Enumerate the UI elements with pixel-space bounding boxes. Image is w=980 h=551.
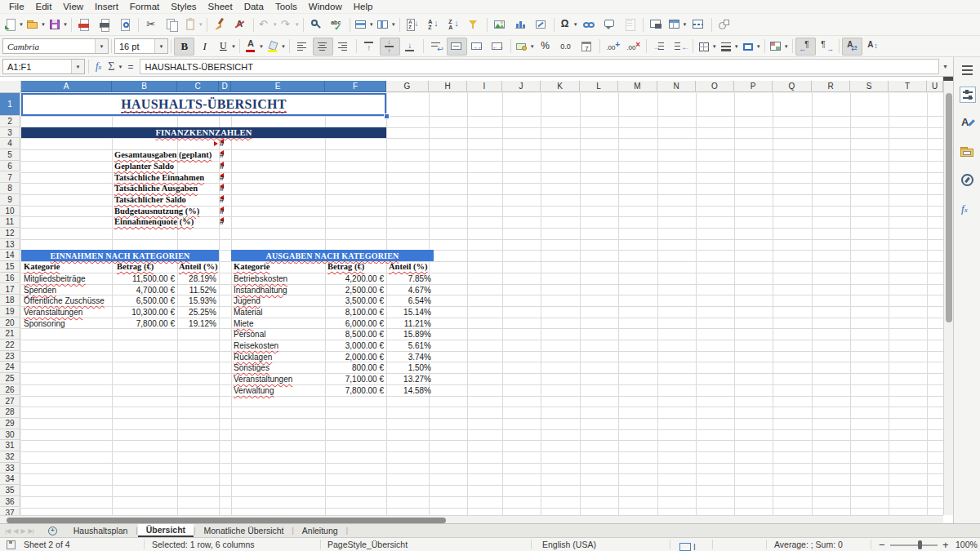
anteil-value[interactable]: 15.89%: [403, 330, 431, 339]
zoom-in-button[interactable]: +: [942, 539, 949, 551]
anteil-value[interactable]: 7.85%: [408, 274, 431, 283]
row-header-18[interactable]: 18: [0, 295, 20, 306]
show-draw-functions-button[interactable]: [715, 16, 735, 33]
vertical-scrollbar-thumb[interactable]: [946, 93, 952, 322]
define-print-area-button[interactable]: [646, 16, 666, 33]
language[interactable]: English (USA): [542, 540, 596, 549]
properties-icon[interactable]: [960, 87, 976, 103]
format-as-number-button[interactable]: 0.0: [556, 38, 577, 56]
row-header-34[interactable]: 34: [0, 473, 20, 485]
print-preview-button[interactable]: [115, 16, 136, 33]
row-header-36[interactable]: 36: [0, 496, 20, 508]
columns-dropdown-arrow[interactable]: ▼: [391, 22, 396, 27]
first-sheet-icon[interactable]: |◀: [5, 527, 10, 535]
anteil-value[interactable]: 3.74%: [408, 353, 431, 362]
row-header-21[interactable]: 21: [0, 328, 20, 340]
row-header-11[interactable]: 11: [0, 216, 20, 228]
column-header-i[interactable]: I: [467, 81, 502, 92]
sheet-tab-übersicht[interactable]: Übersicht: [138, 524, 194, 537]
column-header-m[interactable]: M: [618, 81, 657, 92]
decrease-indent-button[interactable]: ←: [670, 38, 690, 56]
format-as-currency-dropdown-arrow[interactable]: ▼: [530, 44, 535, 49]
italic-button[interactable]: I: [194, 38, 215, 56]
functions-icon[interactable]: fx: [960, 202, 976, 218]
anteil-value[interactable]: 5.61%: [408, 341, 431, 350]
insert-frame-button[interactable]: [531, 16, 551, 33]
special-character-dropdown-arrow[interactable]: ▼: [573, 22, 578, 27]
next-sheet-icon[interactable]: ▶: [20, 527, 24, 535]
row-header-4[interactable]: 4: [0, 138, 20, 149]
border-color-dropdown-arrow[interactable]: ▼: [756, 44, 761, 49]
selection-mode-icon[interactable]: I: [679, 541, 696, 551]
previous-sheet-icon[interactable]: ◀: [13, 527, 17, 535]
row-header-10[interactable]: 10: [0, 206, 20, 217]
menu-format[interactable]: Format: [124, 1, 165, 12]
unmerge-cells-button[interactable]: ←→: [488, 38, 508, 56]
row-header-25[interactable]: 25: [0, 373, 20, 384]
save-dropdown-arrow[interactable]: ▼: [63, 22, 68, 27]
font-size-dropdown-arrow[interactable]: ▼: [154, 39, 167, 53]
betrag-value[interactable]: 800.00 €: [352, 363, 384, 372]
sheet-tab-monatliche-übersicht[interactable]: Monatliche Übersicht: [195, 524, 292, 537]
format-as-percent-button[interactable]: %: [536, 38, 556, 56]
redo-dropdown-arrow[interactable]: ▼: [295, 22, 300, 27]
insert-chart-button[interactable]: [510, 16, 531, 33]
name-box-dropdown-arrow[interactable]: ▼: [71, 60, 84, 73]
column-header-c[interactable]: C: [177, 81, 219, 92]
find-replace-button[interactable]: [306, 16, 327, 33]
row-header-7[interactable]: 7: [0, 172, 20, 184]
new-document-button[interactable]: ▼: [2, 16, 24, 33]
open-folder-button[interactable]: ▼: [24, 16, 47, 33]
select-all-corner[interactable]: [0, 81, 21, 93]
row-header-14[interactable]: 14: [0, 250, 20, 261]
menu-data[interactable]: Data: [238, 1, 270, 12]
menu-edit[interactable]: Edit: [30, 1, 58, 12]
freeze-rows-columns-dropdown-arrow[interactable]: ▼: [683, 22, 688, 27]
menu-sheet[interactable]: Sheet: [203, 1, 238, 12]
betrag-value[interactable]: 7,100.00 €: [345, 375, 384, 384]
zoom-slider-track[interactable]: [890, 544, 938, 546]
cut-button[interactable]: ✂: [141, 16, 162, 33]
row-header-23[interactable]: 23: [0, 351, 20, 362]
undo-button[interactable]: ↶▼: [256, 16, 278, 33]
column-header-s[interactable]: S: [850, 81, 889, 92]
bold-button[interactable]: B: [174, 38, 194, 56]
column-header-b[interactable]: B: [112, 81, 177, 92]
anteil-value[interactable]: 4.67%: [408, 286, 431, 295]
columns-button[interactable]: ▼: [375, 16, 397, 33]
save-button[interactable]: ▼: [47, 16, 69, 33]
betrag-value[interactable]: 6,000.00 €: [345, 319, 384, 328]
column-header-t[interactable]: T: [889, 81, 927, 92]
comment-button[interactable]: [599, 16, 620, 33]
font-color-dropdown-arrow[interactable]: ▼: [259, 44, 264, 49]
rows-button[interactable]: ▼: [353, 16, 375, 33]
row-header-29[interactable]: 29: [0, 418, 20, 429]
row-header-5[interactable]: 5: [0, 149, 20, 161]
row-headers[interactable]: 1234567891011121314151617181920212223242…: [0, 93, 21, 515]
center-vertically-button[interactable]: ↓↑: [380, 38, 400, 56]
menu-view[interactable]: View: [57, 1, 89, 12]
column-header-o[interactable]: O: [696, 81, 734, 92]
anteil-value[interactable]: 13.27%: [403, 375, 431, 384]
ausgaben-banner[interactable]: AUSGABEN NACH KATEGORIEN: [231, 250, 434, 261]
sum-dropdown-arrow[interactable]: ▼: [118, 64, 123, 69]
row-header-35[interactable]: 35: [0, 485, 20, 496]
betrag-value[interactable]: 2,000.00 €: [345, 353, 384, 362]
font-name-combo[interactable]: Cambria ▼: [2, 38, 109, 54]
betrag-value[interactable]: 3,500.00 €: [345, 296, 384, 305]
selection-fill-handle[interactable]: [384, 113, 390, 119]
paste-button[interactable]: ▼: [182, 16, 204, 33]
align-bottom-button[interactable]: ↓: [400, 38, 421, 56]
paragraph-ltr-button[interactable]: ¶→: [816, 38, 836, 56]
undo-dropdown-arrow[interactable]: ▼: [273, 22, 278, 27]
text-direction-vertical-button[interactable]: A↕: [862, 38, 883, 56]
column-header-k[interactable]: K: [541, 81, 580, 92]
font-color-button[interactable]: A▼: [243, 38, 265, 56]
row-header-9[interactable]: 9: [0, 194, 20, 206]
paste-dropdown-arrow[interactable]: ▼: [198, 22, 203, 27]
add-decimal-button[interactable]: .00+: [603, 38, 623, 56]
betrag-value[interactable]: 8,500.00 €: [345, 330, 384, 339]
betrag-value[interactable]: 3,000.00 €: [345, 341, 384, 350]
conditional-formatting-dropdown-arrow[interactable]: ▼: [784, 44, 789, 49]
column-header-d[interactable]: D: [219, 81, 231, 92]
